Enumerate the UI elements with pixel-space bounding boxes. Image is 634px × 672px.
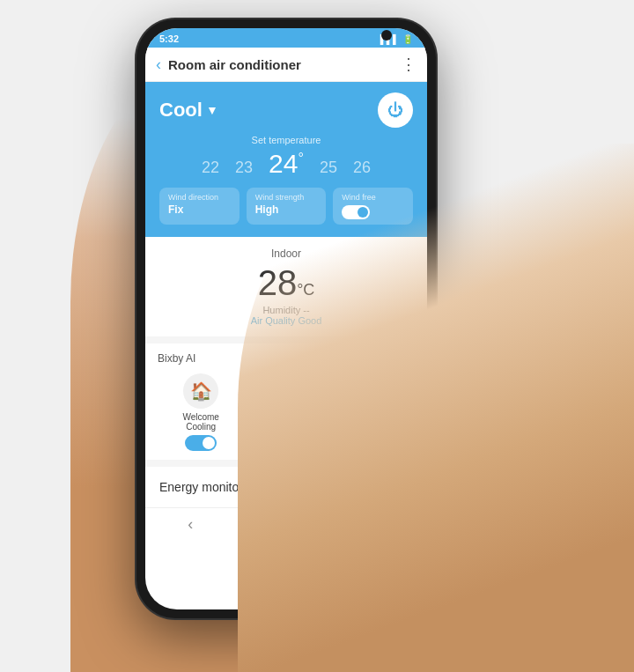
wind-free-label: Wind free: [342, 193, 376, 202]
energy-monitor-label: Energy monitor: [159, 480, 243, 494]
wind-free-toggle[interactable]: [342, 205, 370, 219]
phone-screen: 5:32 ▌▌▌ 🔋 ‹ Room air conditioner ⋮ Cool…: [145, 28, 427, 609]
bixby-title: Bixby AI: [158, 352, 415, 365]
indoor-title: Indoor: [159, 247, 413, 260]
control-section: Cool ▼ ⏻ Set temperature 22 23 24° 25 26: [145, 82, 427, 237]
temperature-section: Set temperature 22 23 24° 25 26: [159, 135, 413, 179]
toggle-thumb: [273, 437, 285, 449]
toggle-thumb: [358, 437, 371, 449]
nav-home-button[interactable]: ○: [278, 515, 288, 534]
welcome-cooling-icon: 🏠: [183, 373, 218, 409]
welcome-cooling-label: WelcomeCooling: [182, 412, 219, 432]
degree-symbol: °: [298, 151, 303, 166]
chevron-down-icon: ▼: [206, 103, 218, 117]
temp-22[interactable]: 22: [202, 159, 219, 177]
indoor-quality: Air Quality Good: [159, 315, 413, 326]
wind-strength-label: Wind strength: [255, 193, 318, 202]
indoor-temperature: 28°C: [159, 263, 413, 303]
set-temp-label: Set temperature: [159, 135, 413, 145]
nav-recents-button[interactable]: |||: [372, 515, 385, 534]
temp-25[interactable]: 25: [320, 159, 337, 177]
energy-monitor-row[interactable]: Energy monitor ›: [145, 467, 427, 507]
bixby-item-welcome-cooling[interactable]: 🏠 WelcomeCooling: [182, 373, 219, 451]
front-camera: [381, 30, 392, 41]
page-title: Room air conditioner: [168, 57, 401, 72]
chevron-right-icon: ›: [409, 479, 413, 495]
good-sleep-label: GoodSleep: [361, 412, 384, 432]
ai-purifying-icon: 🌿: [269, 373, 305, 409]
mode-selector[interactable]: Cool ▼: [159, 99, 218, 122]
wind-strength-card[interactable]: Wind strength High: [247, 188, 327, 225]
good-sleep-icon: 😴: [355, 373, 390, 409]
wind-controls: Wind direction Fix Wind strength High Wi…: [159, 188, 413, 225]
power-button[interactable]: ⏻: [378, 92, 413, 128]
navigation-bar: ‹ ○ |||: [145, 507, 427, 541]
power-icon: ⏻: [387, 101, 403, 120]
wind-direction-label: Wind direction: [168, 193, 231, 202]
ai-purifying-label: AIpurifying: [270, 412, 304, 432]
toggle-thumb: [203, 437, 215, 449]
good-sleep-toggle[interactable]: [357, 435, 388, 451]
welcome-cooling-toggle[interactable]: [185, 435, 217, 451]
more-menu-button[interactable]: ⋮: [401, 55, 417, 74]
wind-strength-value: High: [255, 203, 318, 216]
phone-device: 5:32 ▌▌▌ 🔋 ‹ Room air conditioner ⋮ Cool…: [136, 19, 436, 618]
nav-back-button[interactable]: ‹: [188, 515, 193, 534]
temp-24-active[interactable]: 24°: [269, 149, 304, 179]
wind-direction-value: Fix: [168, 203, 231, 216]
back-button[interactable]: ‹: [156, 55, 161, 74]
bixby-item-ai-purifying[interactable]: 🌿 AIpurifying: [269, 373, 305, 451]
temperature-selector[interactable]: 22 23 24° 25 26: [159, 149, 413, 179]
bixby-items-list: 🏠 WelcomeCooling 🌿 AIpurifying 😴 GoodSl: [158, 373, 415, 451]
status-time: 5:32: [159, 33, 179, 44]
refresh-button[interactable]: ↺: [403, 311, 415, 328]
app-header: ‹ Room air conditioner ⋮: [145, 48, 427, 82]
battery-icon: 🔋: [402, 34, 413, 44]
indoor-section: Indoor 28°C Humidity -- Air Quality Good…: [145, 237, 427, 343]
wind-free-card[interactable]: Wind free: [333, 188, 413, 225]
air-quality-label: Air Quality: [251, 315, 296, 326]
bixby-item-good-sleep[interactable]: 😴 GoodSleep: [355, 373, 390, 451]
temp-23[interactable]: 23: [235, 159, 253, 177]
indoor-humidity: Humidity --: [159, 305, 413, 315]
ai-purifying-toggle[interactable]: [271, 435, 303, 451]
mode-value: Cool: [159, 99, 203, 122]
bixby-section: Bixby AI 🏠 WelcomeCooling 🌿 AIpurifying: [145, 343, 427, 467]
indoor-temp-value: 28: [258, 263, 298, 302]
indoor-temp-unit: °C: [297, 281, 314, 299]
temp-26[interactable]: 26: [353, 159, 371, 177]
wind-direction-card[interactable]: Wind direction Fix: [159, 188, 240, 225]
air-quality-value: Good: [298, 315, 321, 326]
